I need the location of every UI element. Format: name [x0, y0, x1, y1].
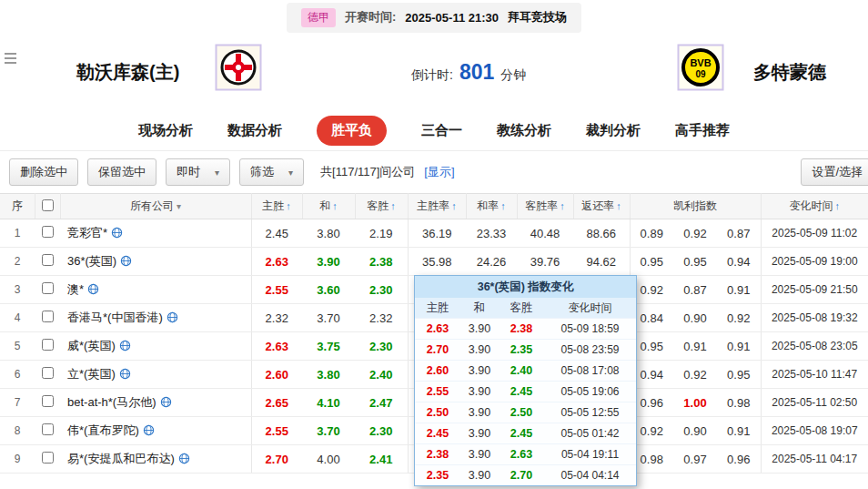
tab-three-in-one[interactable]: 三合一 [421, 122, 462, 139]
popup-odds-draw: 3.90 [460, 423, 499, 443]
odds-away[interactable]: 2.40 [355, 361, 408, 389]
tab-referee-analysis[interactable]: 裁判分析 [586, 122, 641, 139]
bvb-crest-icon: BVB 09 [677, 44, 724, 91]
odds-draw[interactable]: 3.60 [302, 276, 355, 304]
odds-away[interactable]: 2.47 [355, 389, 408, 417]
row-checkbox[interactable] [42, 311, 54, 322]
odds-draw[interactable]: 3.70 [302, 304, 355, 332]
chevron-down-icon: ▾ [288, 168, 293, 178]
filter-dropdown[interactable]: 筛选 ▾ [239, 158, 304, 186]
row-checkbox[interactable] [42, 423, 54, 435]
odds-home[interactable]: 2.55 [251, 417, 302, 445]
settings-button[interactable]: 设置/选择 [801, 158, 868, 186]
col-draw-rate[interactable]: 和率↑ [466, 194, 517, 219]
col-home-odds[interactable]: 主胜↑ [251, 194, 302, 219]
popup-row: 2.503.902.5005-05 12:55 [415, 402, 636, 423]
col-home-rate[interactable]: 主胜率↑ [408, 194, 466, 219]
col-draw-rate-label: 和率 [477, 199, 499, 212]
popup-odds-away: 2.50 [499, 402, 544, 423]
popup-odds-draw: 3.90 [460, 319, 499, 339]
odds-away[interactable]: 2.38 [355, 248, 408, 276]
tab-live-analysis[interactable]: 现场分析 [138, 122, 193, 139]
popup-row: 2.603.902.4005-08 17:08 [415, 360, 636, 381]
col-draw-odds[interactable]: 和↑ [302, 194, 355, 219]
team-header: 勒沃库森(主) 倒计时: 801 分钟 BVB 09 多特蒙德 [0, 35, 868, 111]
menu-icon[interactable] [5, 53, 16, 55]
globe-icon [120, 255, 132, 267]
company-cell[interactable]: 威*(英国) [60, 332, 251, 361]
odds-draw[interactable]: 4.00 [302, 445, 355, 474]
instant-dropdown[interactable]: 即时 ▾ [166, 158, 230, 186]
col-change-time[interactable]: 变化时间↑ [761, 194, 868, 219]
globe-icon [167, 311, 178, 323]
odds-away[interactable]: 2.41 [355, 445, 408, 474]
odds-home[interactable]: 2.63 [251, 248, 302, 276]
odds-draw[interactable]: 3.75 [302, 332, 355, 361]
company-cell[interactable]: 竞彩官* [60, 219, 251, 248]
row-seq: 3 [0, 276, 35, 304]
odds-home[interactable]: 2.60 [251, 361, 302, 389]
odds-home[interactable]: 2.55 [251, 276, 302, 304]
company-cell[interactable]: 36*(英国) [60, 248, 251, 276]
row-checkbox[interactable] [42, 226, 54, 238]
popup-row: 2.553.902.4505-05 19:06 [415, 381, 636, 402]
odds-home[interactable]: 2.63 [251, 332, 302, 361]
tab-win-draw-lose[interactable]: 胜平负 [317, 116, 387, 146]
company-cell[interactable]: 澳* [60, 276, 251, 304]
tab-expert-recommend[interactable]: 高手推荐 [675, 122, 730, 139]
company-cell[interactable]: 伟*(直布罗陀) [60, 417, 251, 445]
odds-away[interactable]: 2.32 [355, 304, 408, 332]
col-return-rate[interactable]: 返还率↑ [573, 194, 630, 219]
odds-away[interactable]: 2.30 [355, 417, 408, 445]
row-checkbox[interactable] [42, 367, 54, 379]
row-select-cell [35, 389, 60, 417]
company-cell[interactable]: 立*(英国) [60, 361, 251, 389]
odds-draw[interactable]: 4.10 [302, 389, 355, 417]
rate-home: 35.98 [408, 248, 466, 276]
change-time: 2025-05-11 02:50 [761, 389, 868, 417]
sort-up-icon: ↑ [390, 200, 396, 211]
odds-draw[interactable]: 3.70 [302, 417, 355, 445]
odds-home[interactable]: 2.65 [251, 389, 302, 417]
row-select-cell [35, 248, 60, 276]
row-checkbox[interactable] [42, 452, 54, 464]
col-away-odds[interactable]: 客胜↑ [355, 194, 408, 219]
kelly-2: 0.90 [673, 304, 717, 332]
row-seq: 1 [0, 219, 35, 248]
show-link[interactable]: [显示] [424, 164, 454, 180]
odds-draw[interactable]: 3.90 [302, 248, 355, 276]
row-checkbox[interactable] [42, 254, 54, 266]
company-cell[interactable]: 香港马*(中国香港) [60, 304, 251, 332]
row-checkbox[interactable] [42, 282, 54, 294]
col-company[interactable]: 所有公司▾ [60, 194, 251, 219]
tab-data-analysis[interactable]: 数据分析 [227, 122, 282, 139]
odds-draw[interactable]: 3.80 [302, 361, 355, 389]
popup-odds-away: 2.70 [499, 465, 544, 485]
globe-icon [160, 396, 172, 408]
popup-odds-home: 2.50 [415, 402, 460, 423]
popup-odds-draw: 3.90 [460, 444, 499, 464]
delete-selected-button[interactable]: 删除选中 [9, 158, 78, 186]
row-checkbox[interactable] [42, 339, 54, 351]
rate-draw: 24.26 [466, 248, 517, 276]
company-cell[interactable]: bet-at-h*(马尔他) [60, 389, 251, 417]
odds-away[interactable]: 2.30 [355, 276, 408, 304]
odds-home[interactable]: 2.70 [251, 445, 302, 474]
row-select-cell [35, 219, 60, 248]
company-name: 伟*(直布罗陀) [67, 423, 139, 437]
row-checkbox[interactable] [42, 395, 54, 407]
tab-coach-analysis[interactable]: 教练分析 [497, 122, 551, 139]
rate-return: 88.66 [573, 219, 630, 248]
col-away-rate[interactable]: 客胜率↑ [517, 194, 573, 219]
popup-header-row: 主胜和客胜变化时间 [415, 298, 636, 318]
odds-away[interactable]: 2.30 [355, 332, 408, 361]
kickoff-time: 2025-05-11 21:30 [405, 11, 499, 25]
odds-home[interactable]: 2.45 [251, 219, 302, 248]
odds-home[interactable]: 2.32 [251, 304, 302, 332]
kelly-2: 1.00 [673, 389, 717, 417]
odds-away[interactable]: 2.19 [355, 219, 408, 248]
keep-selected-button[interactable]: 保留选中 [87, 158, 156, 186]
company-cell[interactable]: 易*(安提瓜和巴布达) [60, 445, 251, 474]
odds-draw[interactable]: 3.80 [302, 219, 355, 248]
select-all-checkbox[interactable] [42, 199, 54, 211]
